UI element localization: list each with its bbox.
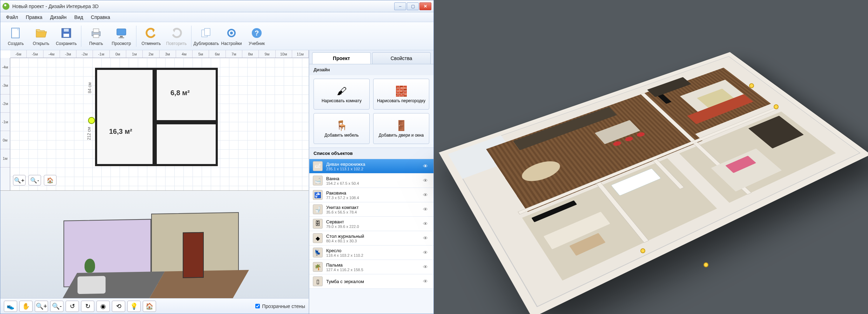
visibility-eye-icon[interactable]: 👁 (423, 221, 430, 227)
object-name: Унитаз компакт (326, 205, 419, 210)
tab-project[interactable]: Проект (312, 52, 371, 64)
draw-room-icon: 🖌 (337, 85, 346, 97)
plan-3d-viewport[interactable] (0, 191, 309, 298)
tutorial-button[interactable]: ? Учебник (244, 25, 269, 47)
ruler-tick: 10м (276, 50, 292, 58)
object-dimensions: 35.6 x 56.5 x 78.4 (326, 210, 419, 214)
visibility-eye-icon[interactable]: 👁 (423, 279, 430, 284)
svg-rect-5 (93, 29, 99, 32)
object-name: Сервант (326, 219, 419, 224)
ruler-tick: 1м (126, 50, 143, 58)
room-1[interactable] (95, 68, 155, 166)
zoom-in-3d-button[interactable]: 🔍+ (35, 301, 48, 312)
visibility-eye-icon[interactable]: 👁 (423, 264, 430, 270)
zoom-out-2d-button[interactable]: 🔍- (28, 175, 41, 185)
home-3d-button[interactable]: 🏠 (143, 301, 156, 312)
object-thumb-icon: 🗄 (313, 219, 323, 229)
menu-help[interactable]: Справка (87, 13, 114, 21)
separator (191, 26, 191, 47)
svg-rect-9 (119, 37, 124, 38)
visibility-eye-icon[interactable]: 👁 (423, 163, 430, 169)
dimension-1: 84 см (87, 83, 92, 93)
object-list-item[interactable]: 🛋Диван еврокнижка235.1 x 113.1 x 102.2👁 (309, 159, 433, 174)
object-list[interactable]: 🛋Диван еврокнижка235.1 x 113.1 x 102.2👁🛁… (309, 159, 433, 314)
reset-view-button[interactable]: ⟲ (112, 301, 125, 312)
object-thumb-icon: 🌴 (313, 262, 323, 272)
walk-mode-button[interactable]: 👟 (4, 301, 17, 312)
undo-button[interactable]: Отменить (139, 25, 164, 47)
create-button[interactable]: Создать (3, 25, 28, 47)
window-title: Новый проект - Дизайн Интерьера 3D (12, 4, 394, 9)
lighting-button[interactable]: 💡 (127, 301, 141, 312)
orbit-button[interactable]: ◉ (96, 301, 110, 312)
visibility-eye-icon[interactable]: 👁 (423, 207, 430, 212)
ruler-tick: 7м (226, 50, 242, 58)
ruler-horizontal: -6м-5м-4м-3м-2м-1м0м1м2м3м4м5м6м7м8м9м10… (10, 50, 309, 58)
menu-design[interactable]: Дизайн (47, 13, 70, 21)
visibility-eye-icon[interactable]: 👁 (423, 235, 430, 241)
hallway[interactable] (155, 122, 218, 166)
ruler-tick: -6м (10, 50, 27, 58)
object-list-item[interactable]: 🚽Унитаз компакт35.6 x 56.5 x 78.4👁 (309, 202, 433, 217)
object-list-item[interactable]: 🌴Пальма127.4 x 116.2 x 158.5👁 (309, 260, 433, 274)
duplicate-button[interactable]: Дублировать (194, 25, 219, 47)
add-furniture-button[interactable]: 🪑 Добавить мебель (314, 113, 370, 144)
monitor-icon (114, 26, 128, 40)
object-dimensions: 77.3 x 57.2 x 108.4 (326, 196, 419, 200)
maximize-button[interactable]: ▢ (407, 2, 419, 10)
print-button[interactable]: Печать (83, 25, 109, 47)
open-button[interactable]: Открыть (28, 25, 54, 47)
separator (136, 26, 136, 47)
visibility-eye-icon[interactable]: 👁 (423, 178, 430, 183)
redo-icon (169, 26, 183, 40)
close-button[interactable]: ✕ (419, 2, 431, 10)
object-dimensions: 79.0 x 39.6 x 222.0 (326, 224, 419, 229)
object-list-item[interactable]: ◆Стол журнальный80.4 x 80.1 x 30.3👁 (309, 231, 433, 246)
transparent-walls-checkbox[interactable]: Прозрачные стены (255, 303, 305, 309)
ruler-tick: 5м (193, 50, 209, 58)
plan-2d-viewport[interactable]: -6м-5м-4м-3м-2м-1м0м1м2м3м4м5м6м7м8м9м10… (0, 50, 309, 191)
zoom-out-3d-button[interactable]: 🔍- (50, 301, 63, 312)
menu-edit[interactable]: Правка (22, 13, 46, 21)
object-name: Ванна (326, 176, 419, 181)
object-list-item[interactable]: 💺Кресло118.4 x 103.2 x 110.2👁 (309, 246, 433, 260)
preview-button[interactable]: Просмотр (109, 25, 134, 47)
settings-button[interactable]: Настройки (219, 25, 244, 47)
minimize-button[interactable]: – (394, 2, 406, 10)
svg-rect-11 (204, 28, 210, 35)
object-list-item[interactable]: 🚰Раковина77.3 x 57.2 x 108.4👁 (309, 188, 433, 202)
object-thumb-icon: 🚽 (313, 204, 323, 214)
camera-marker[interactable] (88, 117, 95, 124)
redo-button[interactable]: Повторить (164, 25, 189, 47)
menu-file[interactable]: Файл (2, 13, 21, 21)
design-section-label: Дизайн (309, 64, 433, 75)
isometric-render (458, 24, 844, 290)
object-dimensions: 80.4 x 80.1 x 30.3 (326, 239, 419, 243)
home-2d-button[interactable]: 🏠 (44, 175, 56, 185)
object-list-item[interactable]: 🗄Сервант79.0 x 39.6 x 222.0👁 (309, 217, 433, 231)
draw-partition-button[interactable]: 🧱 Нарисовать перегородку (373, 79, 429, 110)
object-name: Кресло (326, 248, 419, 253)
printer-icon (89, 26, 103, 40)
ruler-tick: 0м (0, 131, 10, 149)
separator (81, 26, 81, 47)
lamp-icon (640, 248, 645, 253)
visibility-eye-icon[interactable]: 👁 (423, 250, 430, 255)
object-name: Пальма (326, 262, 419, 268)
pan-mode-button[interactable]: ✋ (19, 301, 33, 312)
titlebar: Новый проект - Дизайн Интерьера 3D – ▢ ✕ (0, 0, 433, 12)
object-list-item[interactable]: ▯Тумба с зеркалом👁 (309, 274, 433, 289)
ruler-tick: -3м (0, 76, 10, 94)
save-button[interactable]: Сохранить (54, 25, 79, 47)
rotate-left-button[interactable]: ↺ (66, 301, 79, 312)
menu-view[interactable]: Вид (71, 13, 87, 21)
object-dimensions: 118.4 x 103.2 x 110.2 (326, 253, 419, 257)
zoom-in-2d-button[interactable]: 🔍+ (13, 175, 26, 185)
add-doors-windows-button[interactable]: 🚪 Добавить двери и окна (373, 113, 429, 144)
transparent-walls-input[interactable] (255, 304, 260, 308)
draw-room-button[interactable]: 🖌 Нарисовать комнату (314, 79, 370, 110)
visibility-eye-icon[interactable]: 👁 (423, 192, 430, 198)
rotate-right-button[interactable]: ↻ (81, 301, 94, 312)
object-list-item[interactable]: 🛁Ванна154.2 x 67.5 x 50.4👁 (309, 174, 433, 188)
tab-properties[interactable]: Свойства (372, 52, 431, 64)
